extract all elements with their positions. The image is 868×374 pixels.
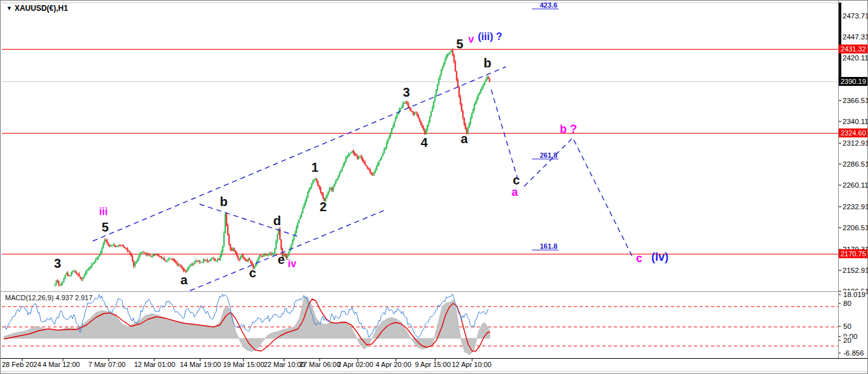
chart-window: ▼XAUUSD(€),H1 MACD(12,26,9) 4.937 2.917 … xyxy=(0,0,868,374)
symbol-dropdown-icon[interactable]: ▼ xyxy=(6,5,12,11)
candles-layer xyxy=(55,48,491,287)
time-axis[interactable] xyxy=(1,359,868,374)
macd-value-signal: 2.917 xyxy=(75,294,93,301)
macd-indicator-label: MACD(12,26,9) 4.937 2.917 xyxy=(5,294,93,301)
trendline[interactable] xyxy=(200,204,301,237)
macd-pane-separator xyxy=(1,291,839,292)
macd-value-main: 4.937 xyxy=(55,294,73,301)
trendline[interactable] xyxy=(190,209,387,291)
price-axis[interactable] xyxy=(839,1,868,358)
symbol-label: ▼XAUUSD(€),H1 xyxy=(6,4,68,13)
chart-plot-svg[interactable] xyxy=(1,1,868,374)
trendline[interactable] xyxy=(524,139,572,186)
symbol-label-text: XAUUSD(€),H1 xyxy=(15,4,68,13)
trendline[interactable] xyxy=(574,140,634,259)
macd-name: MACD(12,26,9) xyxy=(5,294,53,301)
trendline[interactable] xyxy=(93,67,506,241)
